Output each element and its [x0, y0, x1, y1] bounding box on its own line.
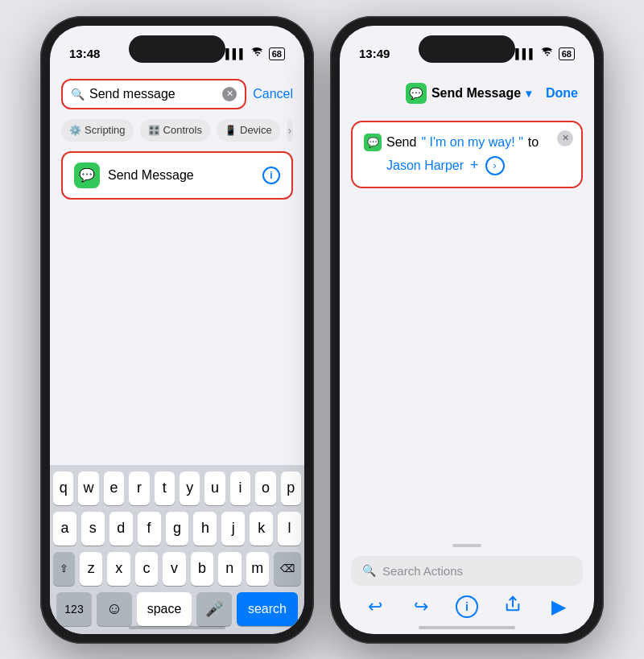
key-o[interactable]: o	[255, 472, 275, 505]
done-button[interactable]: Done	[546, 86, 578, 101]
key-n[interactable]: n	[218, 552, 241, 586]
keyboard: q w e r t y u i o p a s d f g h j k	[50, 465, 304, 634]
key-w[interactable]: w	[78, 472, 98, 505]
redo-icon: ↪	[414, 596, 428, 617]
categories-more-button[interactable]: ›	[287, 119, 293, 142]
nav-chevron-icon[interactable]: ▾	[526, 87, 531, 100]
tab-scripting[interactable]: ⚙️ Scripting	[61, 119, 134, 142]
key-q[interactable]: q	[53, 472, 73, 505]
key-r[interactable]: r	[129, 472, 149, 505]
key-d[interactable]: d	[109, 512, 133, 546]
key-emoji[interactable]: ☺	[97, 592, 132, 626]
wifi-icon-right	[541, 47, 554, 60]
key-m[interactable]: m	[246, 552, 269, 586]
search-actions-icon: 🔍	[362, 564, 376, 577]
home-indicator-left	[129, 626, 225, 629]
key-l[interactable]: l	[278, 512, 301, 546]
undo-button[interactable]: ↩	[359, 591, 391, 623]
signal-icon-right: ▌▌▌	[515, 48, 536, 60]
device-icon: 📱	[225, 125, 237, 136]
key-space[interactable]: space	[137, 592, 192, 626]
info-button[interactable]: i	[262, 167, 280, 184]
key-search[interactable]: search	[237, 592, 298, 626]
key-k[interactable]: k	[250, 512, 273, 546]
keyboard-row-4: 123 ☺ space 🎤 search	[53, 592, 301, 626]
action-send-label: Send	[386, 135, 416, 150]
signal-icon: ▌▌▌	[225, 48, 246, 60]
redo-button[interactable]: ↪	[405, 591, 437, 623]
send-message-icon: 💬	[74, 163, 100, 188]
key-shift[interactable]: ⇧	[53, 552, 75, 586]
search-input[interactable]: Send message	[89, 87, 217, 101]
category-tabs: ⚙️ Scripting 🎛️ Controls 📱 Device ›	[50, 116, 304, 148]
play-icon: ▶	[551, 595, 566, 618]
add-recipient-button[interactable]: +	[470, 157, 479, 174]
keyboard-row-3: ⇧ z x c v b n m ⌫	[53, 552, 301, 586]
device-label: Device	[240, 124, 272, 136]
key-t[interactable]: t	[155, 472, 175, 505]
controls-icon: 🎛️	[148, 125, 160, 136]
scripting-label: Scripting	[85, 124, 126, 136]
action-messages-icon: 💬	[364, 134, 382, 151]
key-s[interactable]: s	[81, 512, 105, 546]
search-result-send-message[interactable]: 💬 Send Message i	[61, 151, 293, 200]
bottom-toolbar: ↩ ↪ i ▶	[340, 591, 594, 623]
key-x[interactable]: x	[107, 552, 130, 586]
result-label: Send Message	[108, 168, 194, 183]
undo-icon: ↩	[368, 596, 382, 617]
status-icons-left: ▌▌▌ 68	[225, 47, 285, 60]
key-a[interactable]: a	[53, 512, 76, 546]
key-h[interactable]: h	[193, 512, 217, 546]
key-u[interactable]: u	[204, 472, 225, 505]
share-icon	[504, 595, 522, 617]
result-left: 💬 Send Message	[74, 163, 194, 188]
nav-bar: 💬 Send Message ▾ Done	[340, 76, 594, 111]
key-mic[interactable]: 🎤	[196, 592, 232, 626]
search-box[interactable]: 🔍 Send message ✕	[61, 79, 246, 109]
controls-label: Controls	[163, 124, 202, 136]
key-backspace[interactable]: ⌫	[274, 552, 301, 586]
dynamic-island-right	[419, 35, 515, 63]
battery-icon: 68	[269, 47, 285, 60]
phone-screen-left: 13:48 ▌▌▌ 68 🔍 Send message ✕ Cancel ⚙️ …	[50, 26, 304, 634]
key-f[interactable]: f	[138, 512, 161, 546]
key-p[interactable]: p	[281, 472, 301, 505]
phone-left: 13:48 ▌▌▌ 68 🔍 Send message ✕ Cancel ⚙️ …	[40, 16, 314, 644]
home-indicator-right	[419, 626, 515, 629]
key-j[interactable]: j	[221, 512, 245, 546]
status-time-left: 13:48	[69, 47, 100, 60]
search-clear-button[interactable]: ✕	[222, 87, 237, 101]
key-c[interactable]: c	[135, 552, 158, 586]
phone-screen-right: 13:49 ▌▌▌ 68 💬 Send Message ▾ Done ✕	[340, 26, 594, 634]
key-e[interactable]: e	[104, 472, 124, 505]
expand-button[interactable]: ›	[485, 156, 505, 175]
keyboard-row-2: a s d f g h j k l	[53, 512, 301, 546]
phone-right: 13:49 ▌▌▌ 68 💬 Send Message ▾ Done ✕	[330, 16, 604, 644]
search-actions-placeholder: Search Actions	[382, 564, 463, 578]
tab-device[interactable]: 📱 Device	[217, 119, 280, 142]
key-v[interactable]: v	[163, 552, 185, 586]
tab-controls[interactable]: 🎛️ Controls	[140, 119, 210, 142]
key-b[interactable]: b	[191, 552, 213, 586]
key-numbers[interactable]: 123	[56, 592, 92, 626]
action-line1: 💬 Send " I'm on my way! " to	[364, 134, 570, 151]
search-actions-bar[interactable]: 🔍 Search Actions	[351, 556, 583, 586]
key-i[interactable]: i	[230, 472, 250, 505]
action-message-content[interactable]: " I'm on my way! "	[421, 135, 522, 150]
wifi-icon	[251, 47, 264, 60]
dynamic-island-left	[129, 35, 225, 63]
action-line2: Jason Harper + ›	[364, 156, 570, 175]
key-g[interactable]: g	[166, 512, 189, 546]
action-card-close-button[interactable]: ✕	[557, 130, 573, 146]
contact-chip[interactable]: Jason Harper	[386, 159, 464, 173]
cancel-button[interactable]: Cancel	[253, 87, 293, 101]
status-time-right: 13:49	[359, 47, 390, 60]
info-toolbar-button[interactable]: i	[451, 591, 483, 623]
messages-nav-icon: 💬	[406, 83, 427, 104]
nav-title-text: Send Message	[431, 86, 521, 101]
play-button[interactable]: ▶	[543, 591, 575, 623]
key-z[interactable]: z	[80, 552, 102, 586]
key-y[interactable]: y	[180, 472, 200, 505]
share-button[interactable]	[497, 591, 529, 623]
battery-icon-right: 68	[559, 47, 575, 60]
